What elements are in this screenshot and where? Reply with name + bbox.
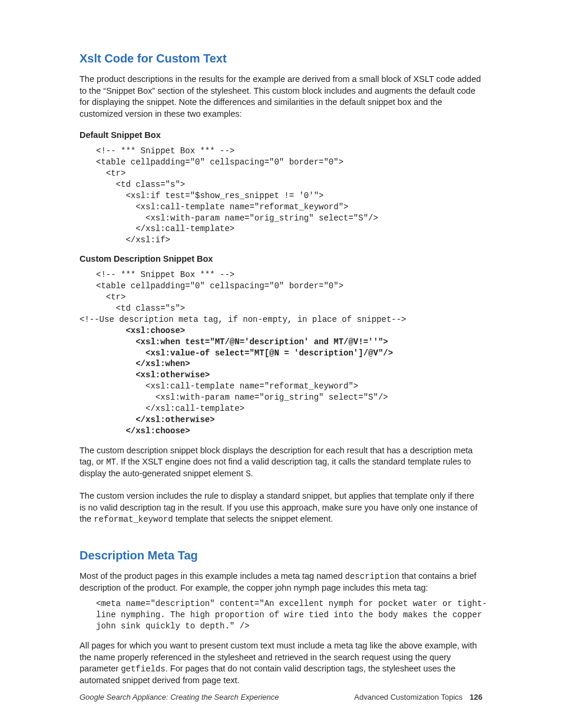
- paragraph-custom-version: The custom version includes the rule to …: [80, 490, 482, 525]
- code-line-bold: </xsl:otherwise>: [96, 415, 215, 424]
- text-run: . If the XSLT engine does not find a val…: [80, 457, 471, 478]
- inline-code-s: S: [246, 469, 250, 479]
- footer-section-label: Advanced Customization Topics: [354, 693, 462, 701]
- code-block-default-snippet: <!-- *** Snippet Box *** --> <table cell…: [80, 146, 482, 246]
- code-block-custom-snippet: <!-- *** Snippet Box *** --> <table cell…: [80, 269, 482, 436]
- page-footer: Google Search Appliance: Creating the Se…: [80, 693, 482, 701]
- code-line-bold: <xsl:when test="MT/@N='description' and …: [96, 337, 388, 347]
- code-line-bold: <xsl:value-of select="MT[@N = 'descripti…: [96, 348, 393, 358]
- code-line-bold: </xsl:choose>: [96, 426, 190, 436]
- footer-doc-title: Google Search Appliance: Creating the Se…: [80, 693, 279, 701]
- code-block-meta-tag: <meta name="description" content="An exc…: [80, 598, 482, 632]
- document-page: Xslt Code for Custom Text The product de…: [0, 0, 562, 728]
- paragraph-meta-explain: All pages for which you want to present …: [80, 640, 482, 687]
- text-run: template that selects the snippet elemen…: [173, 514, 333, 523]
- inline-code-description: description: [345, 572, 399, 581]
- code-line-bold: <xsl:otherwise>: [96, 370, 210, 380]
- section-heading-xslt: Xslt Code for Custom Text: [80, 52, 482, 65]
- text-run: Most of the product pages in this exampl…: [80, 571, 345, 581]
- intro-paragraph: The product descriptions in the results …: [80, 74, 482, 120]
- footer-right: Advanced Customization Topics126: [354, 693, 482, 701]
- inline-code-mt: MT: [106, 457, 116, 467]
- section-heading-meta-tag: Description Meta Tag: [80, 549, 482, 562]
- subheading-default-snippet: Default Snippet Box: [80, 130, 482, 140]
- code-line: <!-- *** Snippet Box *** --> <table cell…: [96, 270, 343, 313]
- subheading-custom-snippet: Custom Description Snippet Box: [80, 254, 482, 263]
- footer-page-number: 126: [470, 693, 482, 701]
- paragraph-custom-desc: The custom description snippet block dis…: [80, 445, 482, 480]
- code-line: <xsl:call-template name="reformat_keywor…: [96, 381, 388, 413]
- code-line-bold: <xsl:choose>: [96, 326, 185, 335]
- code-line-comment: <!--Use description meta tag, if non-emp…: [80, 315, 406, 324]
- text-run: .: [251, 469, 253, 478]
- inline-code-getfields: getfields: [121, 664, 166, 674]
- paragraph-meta-intro: Most of the product pages in this exampl…: [80, 571, 482, 594]
- code-line-bold: </xsl:when>: [96, 359, 190, 368]
- inline-code-reformat-keyword: reformat_keyword: [94, 515, 173, 524]
